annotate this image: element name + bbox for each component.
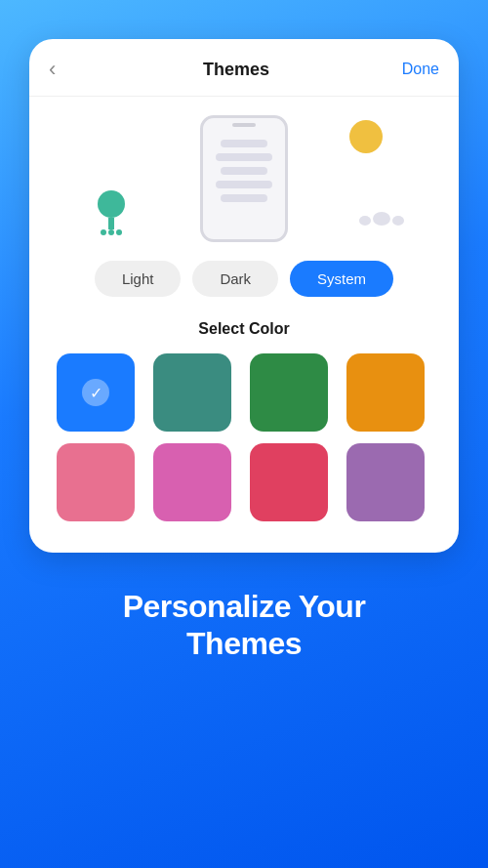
color-swatch-red[interactable] (250, 443, 328, 521)
cloud-icon (359, 212, 404, 226)
theme-light-button[interactable]: Light (95, 261, 182, 297)
select-color-label: Select Color (29, 316, 459, 353)
color-swatch-blue[interactable]: ✓ (57, 353, 135, 432)
page-title: Themes (203, 60, 269, 80)
promo-line-2: Themes (123, 625, 366, 662)
color-grid: ✓ (29, 353, 459, 521)
color-swatch-orange[interactable] (346, 353, 425, 432)
themes-card: ‹ Themes Done (29, 39, 459, 553)
done-button[interactable]: Done (392, 61, 439, 78)
theme-dark-button[interactable]: Dark (192, 261, 278, 297)
header: ‹ Themes Done (29, 39, 459, 97)
color-swatch-magenta[interactable] (153, 443, 231, 521)
back-button[interactable]: ‹ (49, 57, 80, 82)
color-swatch-teal[interactable] (153, 353, 231, 432)
color-swatch-green[interactable] (250, 353, 328, 432)
theme-selector: Light Dark System (29, 253, 459, 316)
promo-line-1: Personalize Your (123, 588, 366, 625)
illustration (29, 97, 459, 253)
phone-mockup (200, 115, 288, 242)
tree-icon (98, 190, 125, 235)
color-swatch-purple[interactable] (346, 443, 425, 521)
selected-checkmark: ✓ (82, 379, 109, 406)
promo-text: Personalize Your Themes (94, 588, 395, 663)
theme-system-button[interactable]: System (290, 261, 393, 297)
sun-icon (349, 120, 383, 153)
color-swatch-pink[interactable] (57, 443, 135, 521)
